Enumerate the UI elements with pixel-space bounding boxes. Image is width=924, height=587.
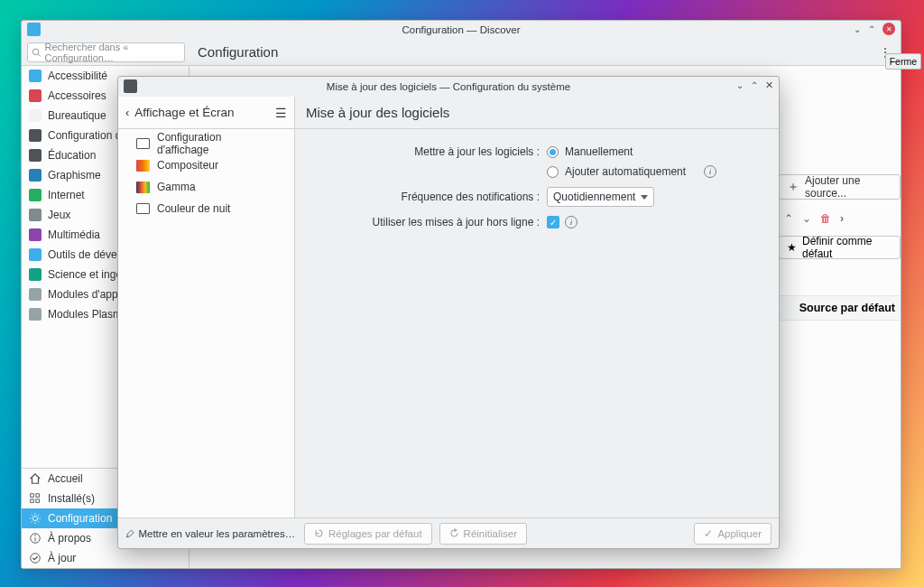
minimize-icon[interactable]: ⌄ <box>736 80 744 90</box>
set-default-label: Définir comme défaut <box>802 235 892 260</box>
page-title: Configuration <box>198 44 278 60</box>
sidebar-item[interactable]: Compositeur <box>118 154 294 176</box>
apply-label: Appliquer <box>717 528 762 539</box>
add-source-label: Ajouter une source... <box>805 174 892 200</box>
add-source-button[interactable]: ＋ Ajouter une source... <box>779 174 901 200</box>
nav-label: À propos <box>48 532 91 545</box>
source-default-header: Source par défaut <box>779 295 901 321</box>
category-icon <box>29 268 42 281</box>
apply-button[interactable]: ✓ Appliquer <box>694 523 772 545</box>
set-default-button[interactable]: ★ Définir comme défaut <box>779 236 901 259</box>
offline-updates-label: Utiliser les mises à jour hors ligne : <box>317 216 547 228</box>
update-auto-text: Ajouter automatiquement <box>565 165 686 178</box>
close-icon[interactable]: ✕ <box>765 79 773 91</box>
nav-label: Installé(s) <box>48 492 95 505</box>
category-icon <box>29 189 42 201</box>
close-icon[interactable]: ✕ <box>882 23 895 35</box>
nav-label: Accueil <box>48 472 83 485</box>
category-icon <box>29 209 42 221</box>
radio-icon <box>547 146 559 158</box>
category-icon <box>29 109 42 122</box>
discover-titlebar[interactable]: Configuration — Discover ⌄ ⌃ ✕ <box>22 21 901 39</box>
info-icon[interactable]: i <box>704 165 716 178</box>
move-down-icon[interactable]: ⌄ <box>802 212 811 225</box>
nav-icon <box>29 532 42 545</box>
frequency-value: Quotidiennement <box>553 191 635 203</box>
category-label: Accessibilité <box>48 70 107 82</box>
category-icon <box>29 308 42 321</box>
update-mode-label: Mettre à jour les logiciels : <box>317 145 547 158</box>
update-manual-radio[interactable]: Manuellement <box>547 145 633 158</box>
nav-icon <box>29 552 42 564</box>
nav-icon <box>29 472 42 485</box>
plus-icon: ＋ <box>787 179 799 195</box>
maximize-icon[interactable]: ⌃ <box>868 24 875 34</box>
frequency-label: Fréquence des notifications : <box>317 191 547 203</box>
chevron-right-icon[interactable]: › <box>840 212 844 225</box>
search-input[interactable]: Rechercher dans « Configuration… <box>27 42 185 62</box>
category-icon <box>29 70 42 82</box>
discover-toolbar: Rechercher dans « Configuration… Configu… <box>22 39 901 66</box>
svg-point-10 <box>31 554 41 564</box>
sidebar-item[interactable]: Couleur de nuit <box>118 198 294 219</box>
minimize-icon[interactable]: ⌄ <box>854 24 861 34</box>
svg-line-1 <box>38 53 41 56</box>
reset-label: Réinitialiser <box>464 528 517 539</box>
nav-item--jour[interactable]: À jour <box>22 548 189 568</box>
check-icon: ✓ <box>704 527 713 540</box>
category-label: Éducation <box>48 149 96 162</box>
highlight-changed-label: Mettre en valeur les paramètres modifié <box>138 528 297 539</box>
monitor-icon <box>136 138 150 149</box>
sidebar-breadcrumb[interactable]: ‹ Affichage et Écran ☰ <box>118 97 294 129</box>
sidebar-item-label: Compositeur <box>157 159 218 172</box>
sidebar-item[interactable]: Gamma <box>118 176 294 198</box>
nav-label: À jour <box>48 552 76 564</box>
category-icon <box>29 248 42 261</box>
systemsettings-sidebar: ‹ Affichage et Écran ☰ Configuration d'a… <box>118 97 295 517</box>
nav-label: Configuration <box>48 512 112 525</box>
update-manual-text: Manuellement <box>565 145 633 158</box>
reset-button[interactable]: Réinitialiser <box>439 523 527 545</box>
monitor-icon <box>136 182 150 193</box>
sidebar-item-label: Gamma <box>157 181 196 193</box>
restore-defaults-button[interactable]: Réglages par défaut <box>304 523 432 545</box>
category-label: Internet <box>48 189 85 201</box>
frequency-select[interactable]: Quotidiennement <box>547 187 654 207</box>
search-icon <box>32 47 41 58</box>
trash-icon[interactable]: 🗑 <box>820 212 831 225</box>
monitor-icon <box>136 160 150 172</box>
category-label: Multimédia <box>48 228 100 241</box>
highlight-changed-toggle[interactable]: Mettre en valeur les paramètres modifié <box>125 528 297 539</box>
systemsettings-titlebar[interactable]: Mise à jour des logiciels — Configuratio… <box>118 77 779 97</box>
nav-icon <box>29 512 42 525</box>
sidebar-item-label: Couleur de nuit <box>157 202 230 215</box>
hamburger-icon[interactable]: ☰ <box>275 106 287 120</box>
search-placeholder: Rechercher dans « Configuration… <box>44 42 180 63</box>
maximize-icon[interactable]: ⌃ <box>751 80 758 90</box>
systemsettings-footer: Mettre en valeur les paramètres modifié … <box>118 517 779 548</box>
move-up-icon[interactable]: ⌃ <box>784 212 793 225</box>
info-icon[interactable]: i <box>565 216 578 228</box>
pen-icon <box>125 528 134 539</box>
svg-rect-5 <box>36 499 40 503</box>
sidebar-item[interactable]: Configuration d'affichage <box>118 133 294 154</box>
chevron-left-icon[interactable]: ‹ <box>125 106 129 119</box>
systemsettings-main: Mise à jour des logiciels Mettre à jour … <box>295 97 779 517</box>
svg-point-9 <box>34 535 35 536</box>
nav-icon <box>29 492 42 505</box>
category-icon <box>29 89 42 102</box>
svg-rect-3 <box>36 494 40 498</box>
update-auto-radio[interactable]: Ajouter automatiquement <box>547 165 686 178</box>
monitor-icon <box>136 203 150 214</box>
category-icon <box>29 288 42 301</box>
category-icon <box>29 169 42 182</box>
offline-updates-checkbox[interactable]: ✓ <box>547 216 559 228</box>
discover-title-text: Configuration — Discover <box>402 24 520 35</box>
category-icon <box>29 228 42 241</box>
main-header: Mise à jour des logiciels <box>295 97 779 129</box>
category-label: Modules Plasma <box>48 308 128 321</box>
restore-defaults-label: Réglages par défaut <box>328 528 422 539</box>
source-actions-row: ⌃ ⌄ 🗑 › <box>779 209 901 228</box>
reset-icon <box>314 528 324 538</box>
systemsettings-title-text: Mise à jour des logiciels — Configuratio… <box>327 81 570 92</box>
